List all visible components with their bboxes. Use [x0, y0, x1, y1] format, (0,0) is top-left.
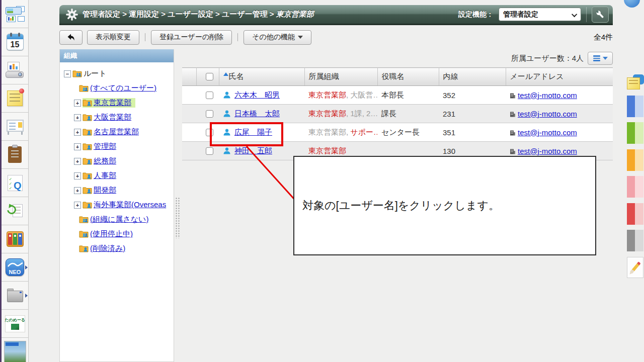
tree-item-root[interactable]: − ルート	[62, 66, 173, 81]
tree-expand-box[interactable]: +	[74, 100, 81, 107]
column-organization[interactable]: 所属組織	[304, 68, 377, 86]
back-button[interactable]	[59, 30, 83, 45]
column-name[interactable]: 氏名	[219, 68, 304, 86]
delete-users-button[interactable]: 登録ユーザーの削除	[151, 30, 232, 45]
desknets-neo-icon[interactable]: NEO	[2, 253, 28, 282]
tree-expand-box[interactable]: +	[74, 158, 81, 165]
row-checkbox[interactable]	[206, 92, 213, 99]
row-checkbox[interactable]	[206, 147, 213, 155]
column-email[interactable]: メールアドレス	[506, 68, 613, 86]
instruction-callout: 対象の[ユーザー名]をクリックします。	[293, 156, 596, 255]
folder-users-icon	[79, 84, 89, 92]
tree-expand-box[interactable]: +	[74, 129, 81, 136]
document-binders-icon[interactable]	[2, 225, 28, 253]
label-blue[interactable]	[627, 96, 643, 117]
list-toolbar: 表示順変更 登録ユーザーの削除 その他の機能 全4件	[59, 29, 613, 45]
cabinet-folder-icon[interactable]	[2, 282, 28, 310]
user-name-link[interactable]: 日本橋 太郎	[234, 109, 280, 118]
change-display-order-button[interactable]: 表示順変更	[87, 30, 139, 45]
user-management-page: 15 ✓✓✓Q NEO	[0, 0, 644, 362]
tree-item-nagoya-sales[interactable]: + 名古屋営業部	[62, 125, 173, 139]
memo-bubble-icon[interactable]	[627, 74, 644, 94]
tree-item-overseas-dept[interactable]: + 海外事業部(Overseas	[62, 198, 173, 212]
sort-asc-icon	[223, 72, 228, 76]
presentation-projector-icon[interactable]	[2, 56, 28, 84]
clipboard-icon[interactable]	[2, 141, 28, 169]
email-link[interactable]: test@j-motto.com	[518, 128, 577, 137]
tree-item-tokyo-sales[interactable]: + 東京営業部	[62, 96, 173, 110]
tree-item-osaka-sales[interactable]: + 大阪営業部	[62, 110, 173, 125]
user-row: 日本橋 太郎 東京営業部, 1課, 2… 課長 231 test@j-motto…	[182, 105, 613, 123]
pencil-edit-icon[interactable]	[627, 257, 643, 278]
tree-item-deleted[interactable]: (削除済み)	[62, 241, 173, 256]
back-arrow-icon	[66, 33, 75, 41]
email-link[interactable]: test@j-motto.com	[518, 147, 577, 155]
folder-users-icon	[72, 70, 82, 77]
user-title: 本部長	[377, 86, 439, 105]
select-all-checkbox[interactable]	[206, 73, 213, 80]
label-gray[interactable]	[627, 230, 643, 251]
tree-item-hr-dept[interactable]: + 人事部	[62, 168, 173, 183]
label-red[interactable]	[627, 203, 643, 225]
tree-item-general-affairs[interactable]: + 総務部	[62, 154, 173, 168]
user-icon	[223, 110, 231, 118]
tree-expand-box[interactable]: +	[74, 172, 81, 179]
dropdown-caret-icon	[298, 36, 303, 39]
tree-item-development-dept[interactable]: + 開発部	[62, 183, 173, 198]
email-link[interactable]: test@j-motto.com	[518, 91, 577, 100]
view-options-button[interactable]	[588, 52, 613, 65]
folder-user-icon	[79, 245, 89, 252]
folder-user-icon	[83, 187, 92, 194]
folder-user-icon	[83, 99, 92, 107]
submenu-arrow-icon	[25, 294, 28, 298]
tree-item-suspended[interactable]: (使用停止中)	[62, 227, 173, 241]
circulation-icon[interactable]	[2, 197, 28, 225]
folder-user-icon	[83, 143, 92, 150]
other-functions-button[interactable]: その他の機能	[244, 30, 311, 45]
chevron-down-icon	[572, 12, 577, 17]
label-pink[interactable]	[627, 176, 643, 198]
tree-item-all-users[interactable]: (すべてのユーザー)	[62, 81, 173, 96]
tree-expand-box[interactable]: +	[74, 114, 81, 121]
portal-icon[interactable]	[2, 0, 28, 28]
sidebar-splitter-handle[interactable]	[175, 197, 180, 238]
users-table: 氏名 所属組織 役職名 内線 メールアドレス 六本木 昭男 東京営業部, 大阪営…	[182, 67, 613, 160]
user-name-link[interactable]: 六本木 昭男	[234, 90, 280, 99]
row-checkbox[interactable]	[206, 110, 213, 118]
user-extension: 231	[439, 105, 506, 123]
ad-banner[interactable]	[2, 338, 28, 362]
user-extension: 351	[439, 123, 506, 142]
folder-user-icon	[83, 172, 92, 179]
tree-item-no-organization[interactable]: (組織に属さない)	[62, 212, 173, 227]
building-icon	[510, 93, 516, 99]
folder-user-icon	[83, 201, 92, 209]
settings-wrench-button[interactable]	[592, 7, 609, 23]
label-green[interactable]	[627, 122, 643, 144]
building-icon	[510, 130, 516, 136]
tree-collapse-box[interactable]: −	[64, 70, 71, 77]
memo-note-icon[interactable]	[2, 84, 28, 113]
email-link[interactable]: test@j-motto.com	[518, 110, 577, 118]
label-orange[interactable]	[627, 149, 643, 171]
settings-function-select[interactable]: 管理者設定	[499, 8, 581, 21]
admin-header: 管理者設定 > 運用設定 > ユーザー設定 > ユーザー管理 > 東京営業部 設…	[59, 5, 613, 25]
building-icon	[510, 148, 516, 154]
dropdown-caret-icon	[603, 57, 608, 60]
user-icon	[223, 147, 231, 155]
organization-sidebar: 組織 − ルート (すべてのユーザー) + 東京営業部 + 大阪営業部	[59, 49, 174, 362]
survey-icon[interactable]: ✓✓✓Q	[2, 169, 28, 197]
folder-user-icon	[83, 114, 92, 121]
tree-expand-box[interactable]: +	[74, 202, 81, 209]
column-title[interactable]: 役職名	[377, 68, 439, 86]
schedule-calendar-icon[interactable]: 15	[2, 28, 28, 56]
user-title: センター長	[377, 123, 439, 142]
tree-expand-box[interactable]: +	[74, 143, 81, 150]
tree-expand-box[interactable]: +	[74, 187, 81, 194]
bulletin-board-icon[interactable]	[2, 113, 28, 141]
user-name-link[interactable]: 神田 五郎	[234, 146, 272, 155]
tanomeru-banner[interactable]: たのめーる	[2, 310, 28, 338]
tree-item-admin-dept[interactable]: + 管理部	[62, 139, 173, 154]
column-extension[interactable]: 内線	[439, 68, 506, 86]
folder-users-icon	[79, 216, 89, 223]
app-launcher-bar: 15 ✓✓✓Q NEO	[0, 0, 29, 362]
